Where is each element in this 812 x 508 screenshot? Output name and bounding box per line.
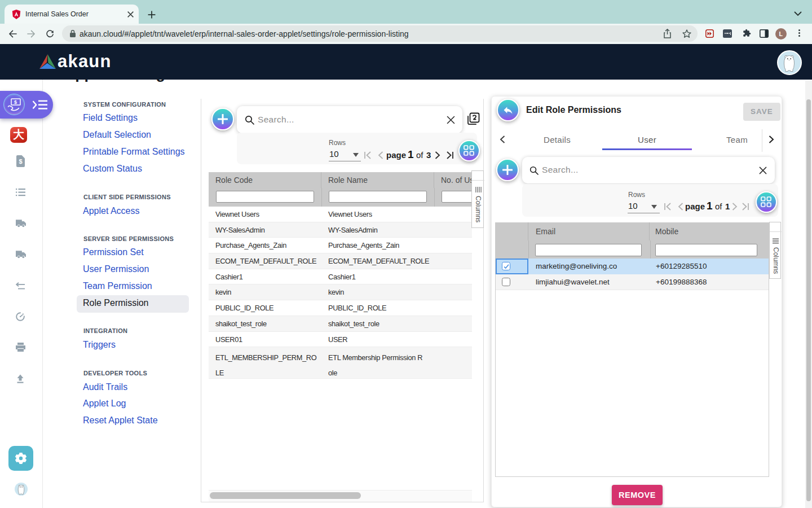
svg-text:$: $ (19, 158, 22, 165)
svg-text:$: $ (14, 99, 17, 105)
